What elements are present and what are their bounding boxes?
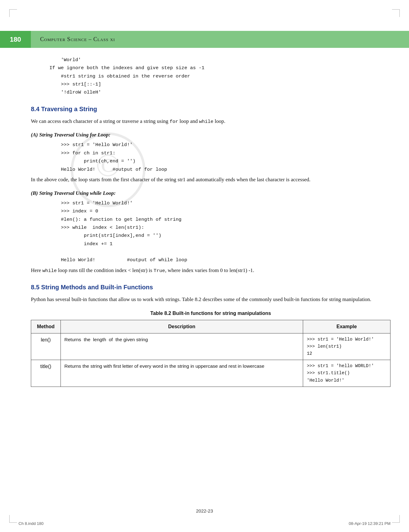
while-inline: while [42, 268, 57, 274]
table-82: Method Description Example len() Returns… [31, 320, 390, 387]
section-85-heading: 8.5 String Methods and Built-in Function… [31, 282, 390, 292]
intro-code-block: 'World' If we ignore both the indexes an… [49, 56, 390, 97]
table-caption: Table 8.2 Built-in functions for string … [31, 309, 390, 317]
corner-mark-br [392, 515, 400, 523]
while-loop-code: while [199, 119, 214, 124]
table-row: title() Returns the string with first le… [31, 360, 390, 387]
header-title-box: Computer Science – Class xi [31, 31, 409, 48]
true-inline: True [153, 268, 165, 274]
section-84-heading: 8.4 Traversing a String [31, 104, 390, 114]
section-85-para: Python has several built-in functions th… [31, 295, 390, 304]
section-84-title: Traversing a String [41, 106, 97, 112]
method-len: len() [31, 333, 61, 360]
example-len: >>> str1 = 'Hello World!' >>> len(str1) … [303, 333, 390, 360]
page: 180 Computer Science – Class xi © 'World… [0, 0, 409, 532]
footer-file: Ch 8.indd 180 [19, 521, 44, 526]
header-bar: 180 Computer Science – Class xi [0, 31, 409, 48]
footer-year: 2022-23 [0, 508, 409, 513]
footer-date: 08-Apr-19 12:39:21 PM [349, 521, 390, 526]
subsec-a-label: (A) [31, 132, 38, 138]
col-description: Description [61, 320, 303, 333]
main-content: 'World' If we ignore both the indexes an… [31, 54, 390, 392]
table-82-container: Table 8.2 Built-in functions for string … [31, 309, 390, 387]
section-84-intro: We can access each character of a string… [31, 117, 390, 126]
subsec-b-para: Here while loop runs till the condition … [31, 266, 390, 275]
subsec-a-para: In the above code, the loop starts from … [31, 175, 390, 184]
method-title: title() [31, 360, 61, 387]
desc-len: Returns the length of the given string [61, 333, 303, 360]
subsec-b-label: (B) [31, 190, 38, 196]
example-title: >>> str1 = 'hello WORLD!' >>> str1.title… [303, 360, 390, 387]
subsec-b-heading: (B) String Traversal Using while Loop: [31, 189, 390, 197]
page-number: 180 [0, 31, 31, 48]
col-method: Method [31, 320, 61, 333]
subsec-b-title: String Traversal Using while Loop: [39, 190, 116, 196]
corner-mark-tr [392, 9, 400, 17]
subsec-a-title: String Traversal Using for Loop: [39, 132, 111, 138]
section-85-title: String Methods and Built-in Functions [41, 284, 153, 291]
corner-mark-bl [9, 515, 17, 523]
corner-mark-tl [9, 9, 17, 17]
section-84-num: 8.4 [31, 106, 41, 112]
subsec-a-heading: (A) String Traversal Using for Loop: [31, 131, 390, 139]
for-loop-code: for [169, 119, 178, 124]
section-85-num: 8.5 [31, 284, 41, 291]
col-example: Example [303, 320, 390, 333]
subsec-a-code: >>> str1 = 'Hello World!' >>> for ch in … [49, 141, 390, 173]
header-title: Computer Science – Class xi [40, 36, 115, 43]
table-header-row: Method Description Example [31, 320, 390, 333]
desc-title: Returns the string with first letter of … [61, 360, 303, 387]
subsec-b-code: >>> str1 = 'Hello World!' >>> index = 0 … [49, 199, 390, 264]
table-row: len() Returns the length of the given st… [31, 333, 390, 360]
